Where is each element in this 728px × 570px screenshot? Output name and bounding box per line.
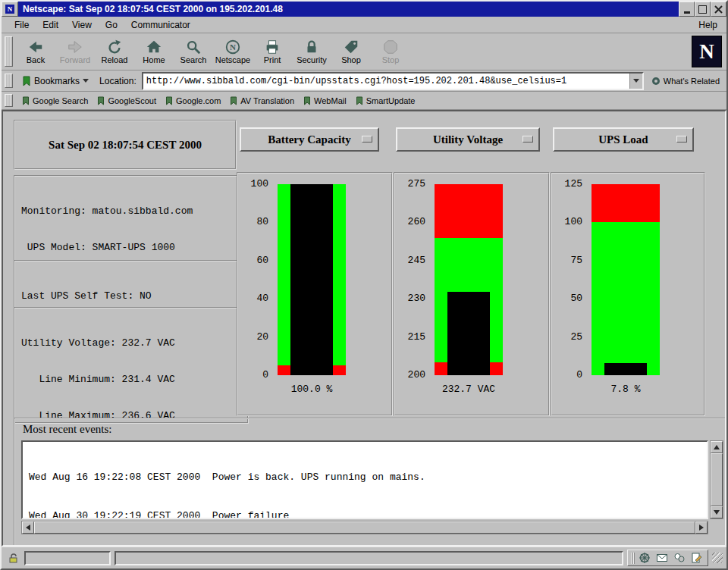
stop-icon (381, 39, 400, 55)
info-line: Monitoring: matou.sibbald.com (21, 205, 241, 218)
arrow-left-icon (26, 525, 30, 531)
window-title: Netscape: Sat Sep 02 18:07:54 CEST 2000 … (18, 2, 679, 17)
chart-plot-area: 275260245230215200 (395, 184, 548, 375)
print-button[interactable]: Print (253, 34, 292, 69)
chart-value-label: 232.7 VAC (435, 384, 503, 395)
url-combo (142, 72, 644, 90)
chart-plot-area: 100806040200 (238, 184, 391, 375)
discussions-component-button[interactable] (672, 551, 687, 565)
chart-zone (435, 184, 503, 238)
bookmark-googlescout[interactable]: GoogleScout (97, 96, 156, 105)
scroll-right-button[interactable] (695, 521, 708, 534)
vertical-scrollbar[interactable] (710, 440, 723, 519)
security-indicator[interactable] (5, 552, 20, 564)
horizontal-scroll-thumb[interactable] (34, 521, 695, 534)
bookmark-icon (303, 96, 311, 105)
events-scroll-area: Wed Aug 16 19:22:08 CEST 2000 Power is b… (21, 440, 723, 534)
navigator-component-button[interactable] (637, 551, 652, 565)
toolbar-button-label: Security (297, 55, 327, 64)
back-button[interactable]: Back (16, 34, 55, 69)
chart-value-bar (290, 184, 333, 375)
scroll-left-button[interactable] (22, 521, 34, 534)
bookmark-label: Google Search (33, 96, 88, 105)
search-button[interactable]: Search (174, 34, 213, 69)
ups-load-select[interactable]: UPS Load (553, 127, 694, 152)
chart-value-label: 7.8 % (592, 384, 660, 395)
close-icon (714, 5, 723, 14)
bookmark-label: GoogleScout (108, 96, 156, 105)
axis-tick-label: 25 (570, 332, 582, 343)
chart-y-axis: 275260245230215200 (398, 184, 425, 375)
menu-help[interactable]: Help (695, 18, 720, 32)
menu-view[interactable]: View (65, 18, 99, 32)
window-resize-grip[interactable] (712, 553, 723, 563)
axis-tick-label: 260 (408, 217, 425, 227)
close-button[interactable] (711, 2, 726, 17)
bookmark-google-com[interactable]: Google.com (165, 96, 221, 105)
bookmark-icon (356, 96, 363, 105)
axis-tick-label: 60 (256, 255, 268, 266)
window-menu-button[interactable]: N (2, 2, 18, 17)
netscape-window: N Netscape: Sat Sep 02 18:07:54 CEST 200… (0, 0, 728, 570)
bookmark-smartupdate[interactable]: SmartUpdate (356, 96, 416, 105)
chart-plot-area: 1251007550250 (552, 184, 704, 375)
vertical-scroll-thumb[interactable] (711, 453, 723, 506)
component-bar (627, 550, 708, 566)
horizontal-scrollbar[interactable] (21, 521, 708, 534)
minimize-button[interactable] (679, 2, 695, 17)
url-history-dropdown[interactable] (629, 74, 642, 89)
url-input[interactable] (143, 74, 629, 89)
info-line: Line Minimum: 231.4 VAC (21, 374, 241, 386)
browser-content: Sat Sep 02 18:07:54 CEST 2000 Battery Ca… (2, 110, 726, 547)
toolbar-collapse-grip[interactable] (5, 74, 13, 88)
scroll-up-button[interactable] (711, 441, 723, 453)
chart-zone (592, 184, 660, 222)
forward-arrow-icon (66, 39, 84, 55)
toolbar-spacer (410, 34, 692, 69)
bookmark-icon (165, 96, 173, 105)
axis-tick-label: 0 (262, 370, 268, 381)
composer-component-button[interactable] (689, 551, 704, 565)
bookmarks-button[interactable]: Bookmarks (18, 74, 93, 88)
utility-voltage-info-box: Utility Voltage: 232.7 VAC Line Minimum:… (14, 307, 249, 424)
events-section: Most recent events: Wed Aug 16 19:22:08 … (14, 418, 726, 547)
axis-tick-label: 0 (576, 370, 582, 381)
shop-button[interactable]: Shop (331, 34, 371, 69)
netscape-logo[interactable]: N (692, 36, 722, 67)
utility-voltage-select[interactable]: Utility Voltage (396, 127, 540, 152)
mailbox-component-button[interactable] (654, 551, 670, 565)
battery-capacity-select[interactable]: Battery Capacity (240, 127, 379, 152)
toolbar-collapse-grip[interactable] (5, 94, 13, 107)
forward-button: Forward (55, 34, 95, 69)
stop-button: Stop (371, 34, 410, 69)
menu-communicator[interactable]: Communicator (124, 18, 197, 32)
bookmark-webmail[interactable]: WebMail (303, 96, 347, 105)
chart-value-bar (447, 292, 490, 375)
bookmark-google-search[interactable]: Google Search (22, 96, 88, 105)
netscape-button[interactable]: N Netscape (213, 34, 253, 69)
bookmark-label: WebMail (314, 96, 347, 105)
select-label: Utility Voltage (433, 133, 503, 146)
discussion-bubbles-icon (673, 552, 686, 564)
maximize-button[interactable] (695, 2, 711, 17)
toolbar-collapse-grip[interactable] (5, 36, 13, 67)
menubar: File Edit View Go Communicator Help (2, 17, 726, 33)
arrow-down-icon (714, 510, 720, 515)
component-bar-grip[interactable] (631, 553, 635, 564)
bookmark-av-translation[interactable]: AV Translation (230, 96, 294, 105)
axis-tick-label: 245 (408, 255, 425, 266)
scroll-down-button[interactable] (711, 506, 723, 518)
titlebar[interactable]: N Netscape: Sat Sep 02 18:07:54 CEST 200… (2, 2, 726, 17)
chart-y-axis: 100806040200 (241, 184, 268, 375)
reload-button[interactable]: Reload (95, 34, 134, 69)
axis-tick-label: 200 (408, 370, 425, 381)
chart-value-bar (604, 363, 647, 375)
ups-load-chart: 1251007550250 7.8 % (551, 172, 705, 416)
whats-related-button[interactable]: What's Related (648, 75, 723, 87)
home-button[interactable]: Home (134, 34, 174, 69)
menu-go[interactable]: Go (99, 18, 124, 32)
menu-edit[interactable]: Edit (36, 18, 65, 32)
progress-bar (24, 551, 111, 565)
menu-file[interactable]: File (8, 18, 36, 32)
security-button[interactable]: Security (292, 34, 331, 69)
